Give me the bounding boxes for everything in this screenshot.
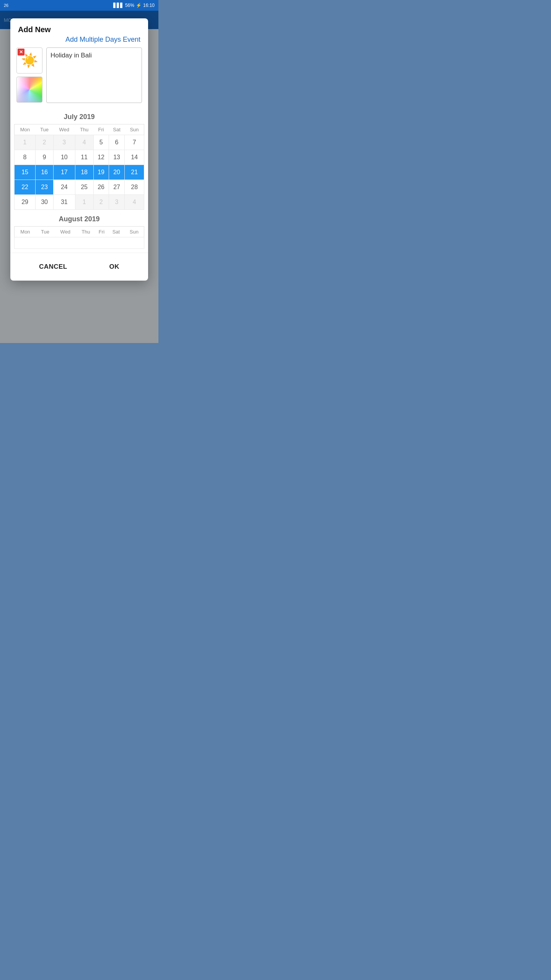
ok-button[interactable]: OK — [98, 260, 131, 274]
table-row[interactable]: 10 — [54, 150, 75, 165]
status-right: ▋▋▋ 56% ⚡ 16:10 — [113, 3, 155, 8]
table-row[interactable]: 16 — [36, 165, 54, 180]
table-row[interactable]: 15 — [15, 165, 36, 180]
table-row[interactable]: 29 — [15, 195, 36, 210]
event-name-input[interactable]: Holiday in Bali — [46, 47, 142, 103]
table-row[interactable]: 18 — [75, 165, 93, 180]
dialog-buttons: CANCEL OK — [10, 253, 148, 281]
signal-icon: ▋▋▋ — [113, 3, 124, 8]
july-calendar: Mon Tue Wed Thu Fri Sat Sun 123456789101… — [14, 124, 144, 210]
status-bar: 26 ▋▋▋ 56% ⚡ 16:10 — [0, 0, 158, 11]
table-row[interactable]: 21 — [125, 165, 144, 180]
weekday-sat: Sat — [109, 124, 125, 135]
table-row[interactable]: 20 — [109, 165, 125, 180]
august-calendar: Mon Tue Wed Thu Fri Sat Sun — [14, 226, 144, 249]
weekday-sun: Sun — [125, 124, 144, 135]
calendar-section[interactable]: July 2019 Mon Tue Wed Thu Fri Sat Sun 12… — [10, 108, 148, 253]
charging-icon: ⚡ — [136, 3, 142, 8]
weekday-fri: Fri — [93, 124, 109, 135]
table-row[interactable] — [15, 237, 144, 249]
table-row[interactable]: 31 — [54, 195, 75, 210]
dialog-subtitle: Add Multiple Days Event — [18, 36, 140, 44]
event-icon-picker[interactable]: ✕ ☀️ — [16, 47, 42, 74]
weekday-mon: Mon — [15, 124, 36, 135]
aug-weekday-fri: Fri — [95, 227, 108, 237]
table-row[interactable]: 17 — [54, 165, 75, 180]
august-month-title: August 2019 — [14, 215, 144, 223]
table-row[interactable]: 1 — [75, 195, 93, 210]
table-row[interactable]: 12 — [93, 150, 109, 165]
aug-weekday-thu: Thu — [77, 227, 95, 237]
table-row[interactable]: 4 — [125, 195, 144, 210]
color-overlay2 — [17, 77, 42, 102]
table-row[interactable]: 14 — [125, 150, 144, 165]
time-display: 16:10 — [143, 3, 155, 8]
aug-weekday-wed: Wed — [54, 227, 77, 237]
table-row[interactable]: 4 — [75, 135, 93, 150]
table-row[interactable]: 5 — [93, 135, 109, 150]
table-row[interactable]: 2 — [93, 195, 109, 210]
table-row[interactable]: 25 — [75, 180, 93, 195]
table-row[interactable]: 23 — [36, 180, 54, 195]
table-row[interactable]: 7 — [125, 135, 144, 150]
table-row[interactable]: 8 — [15, 150, 36, 165]
table-row[interactable]: 26 — [93, 180, 109, 195]
dialog-header: Add New Add Multiple Days Event — [10, 18, 148, 47]
table-row[interactable]: 19 — [93, 165, 109, 180]
icons-column: ✕ ☀️ — [16, 47, 42, 103]
weekday-wed: Wed — [54, 124, 75, 135]
cancel-button[interactable]: CANCEL — [28, 260, 79, 274]
weekday-tue: Tue — [36, 124, 54, 135]
table-row[interactable]: 22 — [15, 180, 36, 195]
table-row[interactable]: 24 — [54, 180, 75, 195]
aug-weekday-sat: Sat — [108, 227, 124, 237]
add-event-dialog: Add New Add Multiple Days Event ✕ ☀️ Hol… — [10, 18, 148, 281]
add-new-label: Add New — [18, 25, 140, 34]
table-row[interactable]: 6 — [109, 135, 125, 150]
table-row[interactable]: 9 — [36, 150, 54, 165]
table-row[interactable]: 1 — [15, 135, 36, 150]
aug-weekday-mon: Mon — [15, 227, 36, 237]
color-picker[interactable] — [16, 77, 42, 103]
remove-icon-button[interactable]: ✕ — [18, 49, 24, 56]
table-row[interactable]: 28 — [125, 180, 144, 195]
table-row[interactable]: 3 — [109, 195, 125, 210]
aug-weekday-sun: Sun — [124, 227, 144, 237]
modal-overlay: Add New Add Multiple Days Event ✕ ☀️ Hol… — [0, 11, 158, 343]
battery-text: 56% — [125, 3, 134, 8]
table-row[interactable]: 27 — [109, 180, 125, 195]
july-month-title: July 2019 — [14, 113, 144, 121]
table-row[interactable]: 2 — [36, 135, 54, 150]
table-row[interactable]: 11 — [75, 150, 93, 165]
table-row[interactable]: 3 — [54, 135, 75, 150]
aug-weekday-tue: Tue — [36, 227, 54, 237]
table-row[interactable]: 30 — [36, 195, 54, 210]
signal-text: 26 — [4, 3, 8, 8]
icon-input-row: ✕ ☀️ Holiday in Bali — [10, 47, 148, 108]
weekday-thu: Thu — [75, 124, 93, 135]
table-row[interactable]: 13 — [109, 150, 125, 165]
